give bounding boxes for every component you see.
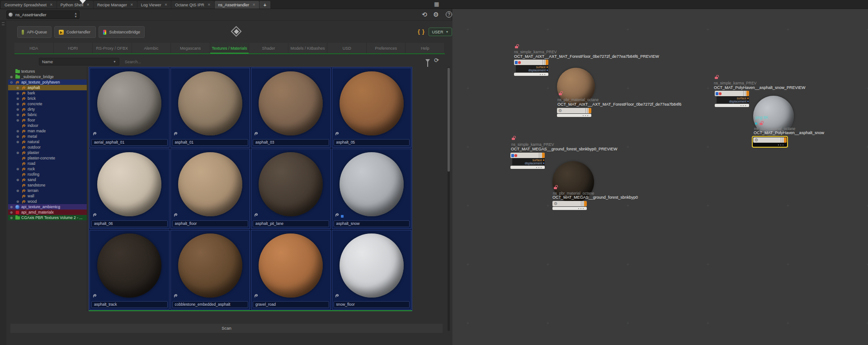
close-tab-icon[interactable]: ✕	[252, 3, 255, 7]
tree-item-outdoor[interactable]: outdoor	[8, 145, 87, 150]
expand-toggle-icon[interactable]: ⊕	[15, 129, 20, 133]
texture-card-snow-floor[interactable]: snow_floor	[332, 230, 412, 310]
refresh-icon[interactable]: ⟳	[434, 57, 439, 64]
close-tab-icon[interactable]: ✕	[86, 3, 90, 7]
sort-dropdown[interactable]: Name ▼	[39, 58, 119, 65]
texture-card-asphalt-snow[interactable]: asphalt_snow	[332, 149, 412, 228]
texture-card-asphalt-03[interactable]: asphalt_03	[251, 68, 331, 148]
tree-item-metal[interactable]: ⊕metal	[8, 134, 87, 139]
output-displacement[interactable]: displacement	[729, 100, 746, 103]
link-hook-icon[interactable]	[174, 291, 178, 299]
expand-toggle-icon[interactable]: ⊕	[9, 216, 14, 220]
output-dot[interactable]	[547, 70, 548, 71]
expand-toggle-icon[interactable]: ⊕	[15, 118, 20, 122]
texture-card-asphalt-06[interactable]: asphalt_06	[90, 149, 170, 228]
output-dot[interactable]	[547, 66, 548, 68]
expand-toggle-icon[interactable]: ⊕	[15, 200, 20, 204]
tree-item-api-amd-materialx[interactable]: ⊕api_amd_materialx	[8, 210, 87, 215]
pane-type-selector[interactable]: ns_AssetHandler ▲▼	[6, 10, 80, 19]
link-hook-icon[interactable]	[254, 210, 258, 219]
tab-alembic[interactable]: Alembic	[132, 43, 171, 53]
tab-preferences[interactable]: Preferences	[367, 43, 406, 53]
window-tab-geometry-spreadsheet[interactable]: Geometry Spreadsheet✕	[1, 1, 57, 9]
expand-toggle-icon[interactable]: ⊕	[15, 178, 20, 182]
braces-icon[interactable]: { }	[418, 28, 425, 35]
tree-item-road[interactable]: road	[8, 161, 87, 166]
scrollbar-thumb[interactable]	[448, 68, 450, 172]
texture-card-asphalt-floor[interactable]: asphalt_floor	[170, 149, 250, 228]
tree-item-fabric[interactable]: ⊕fabric	[8, 112, 87, 117]
link-hook-icon[interactable]	[335, 129, 339, 137]
link-hook-icon[interactable]	[174, 129, 178, 137]
user-dropdown[interactable]: USER ▼	[429, 28, 452, 36]
tab-usd[interactable]: USD	[327, 43, 367, 53]
texture-card-aerial-asphalt-01[interactable]: aerial_asphalt_01	[90, 68, 170, 148]
tree-item-roofing[interactable]: roofing	[8, 172, 87, 177]
tree-item-terrain[interactable]: ⊕terrain	[8, 188, 87, 193]
tree-item-floor[interactable]: ⊕floor	[8, 117, 87, 123]
output-dot[interactable]	[543, 159, 544, 161]
pane-selector-spinner[interactable]: ▲▼	[74, 12, 77, 18]
output-surface[interactable]: surface	[536, 65, 546, 69]
texture-card-asphalt-track[interactable]: asphalt_track	[90, 230, 170, 310]
window-tab-octane-qts-ipr[interactable]: Octane QtS IPR✕	[171, 1, 214, 9]
texture-card-cobblestone-embedded-asphalt[interactable]: cobblestone_embedded_asphalt	[170, 230, 250, 310]
tree-item-wall[interactable]: wall	[8, 193, 87, 199]
expand-toggle-icon[interactable]: ⊕	[15, 167, 20, 171]
window-tab-ns-assethandler[interactable]: ns_AssetHandler✕	[215, 1, 259, 9]
tree-item-textures[interactable]: textures	[8, 69, 87, 74]
tab-textures-materials[interactable]: Textures / Materials	[210, 43, 250, 53]
tree-item-rock[interactable]: ⊕rock	[8, 166, 87, 172]
output-dot[interactable]	[747, 101, 749, 102]
octane-material-node[interactable]: ⚙	[552, 201, 587, 210]
expand-toggle-icon[interactable]: ⊕	[15, 102, 20, 106]
texture-card-asphalt-01[interactable]: asphalt_01	[170, 68, 250, 148]
tree-item-substance-bridge[interactable]: ⊕_substance_bridge	[8, 74, 87, 79]
api-queue-button[interactable]: API-Queue	[17, 26, 52, 38]
close-tab-icon[interactable]: ✕	[130, 3, 133, 7]
codehandler-button[interactable]: CodeHandler	[54, 26, 96, 38]
node-display-flag[interactable]	[546, 60, 548, 65]
tree-item-asphalt[interactable]: ⊕asphalt	[8, 85, 87, 90]
link-hook-icon[interactable]	[93, 291, 97, 299]
karma-preview-node[interactable]: surface displacement	[510, 153, 545, 169]
link-hook-icon[interactable]	[93, 129, 97, 137]
link-hook-icon[interactable]	[335, 210, 339, 219]
output-displacement[interactable]: displacement	[525, 162, 542, 165]
tab-rs-proxy-ofbx[interactable]: RS-Proxy / OFBX	[93, 43, 132, 53]
tree-item-indoor[interactable]: indoor	[8, 123, 87, 128]
texture-card-asphalt-pit-lane[interactable]: asphalt_pit_lane	[251, 149, 331, 228]
close-tab-icon[interactable]: ✕	[50, 3, 53, 7]
octane-material-node-selected[interactable]: ⚙	[752, 136, 788, 148]
tree-item-plaster-concrete[interactable]: plaster-concrete	[8, 155, 87, 161]
tree-item-natural[interactable]: ⊕natural	[8, 139, 87, 145]
tab-hda[interactable]: HDA	[14, 43, 54, 53]
tree-item-dirty[interactable]: ⊕dirty	[8, 107, 87, 112]
expand-toggle-icon[interactable]: ⊕	[15, 107, 20, 112]
sync-icon[interactable]: ⟲	[422, 10, 427, 19]
tree-item-concrete[interactable]: ⊕concrete	[8, 101, 87, 107]
expand-toggle-icon[interactable]: ⊕	[15, 151, 20, 155]
karma-preview-node[interactable]: surface displacement	[715, 91, 749, 107]
pane-menu-icon[interactable]: ▦	[434, 1, 439, 7]
scan-button[interactable]: Scan	[10, 323, 443, 333]
gear-icon[interactable]: ⚙	[433, 10, 439, 19]
node-display-flag[interactable]	[784, 137, 787, 143]
tab-models-kitbashes[interactable]: Models / Kitbashes	[288, 43, 328, 53]
expand-toggle-icon[interactable]: ⊕	[9, 210, 14, 214]
close-tab-icon[interactable]: ✕	[208, 3, 211, 7]
tree-item-cgaxis-pbr-textures-volume-2[interactable]: ⊕CGAxis PBR Textures Volume 2 - ...	[8, 215, 87, 220]
output-displacement[interactable]: displacement	[528, 69, 546, 72]
node-display-flag[interactable]	[542, 153, 545, 158]
tree-item-bark[interactable]: ⊕bark	[8, 90, 87, 96]
substancebridge-button[interactable]: SubstanceBridge	[99, 26, 145, 38]
output-surface[interactable]: surface	[737, 97, 746, 100]
expand-toggle-icon[interactable]: ⊕	[15, 86, 20, 90]
tree-item-sand[interactable]: ⊕sand	[8, 177, 87, 182]
tree-item-plaster[interactable]: ⊕plaster	[8, 150, 87, 155]
expand-toggle-icon[interactable]: ⊕	[15, 91, 20, 95]
expand-toggle-icon[interactable]: ⊕	[15, 140, 20, 144]
octane-material-node[interactable]: ⚙	[557, 108, 591, 117]
node-display-flag[interactable]	[584, 201, 587, 206]
new-tab-button[interactable]: +	[259, 1, 270, 9]
